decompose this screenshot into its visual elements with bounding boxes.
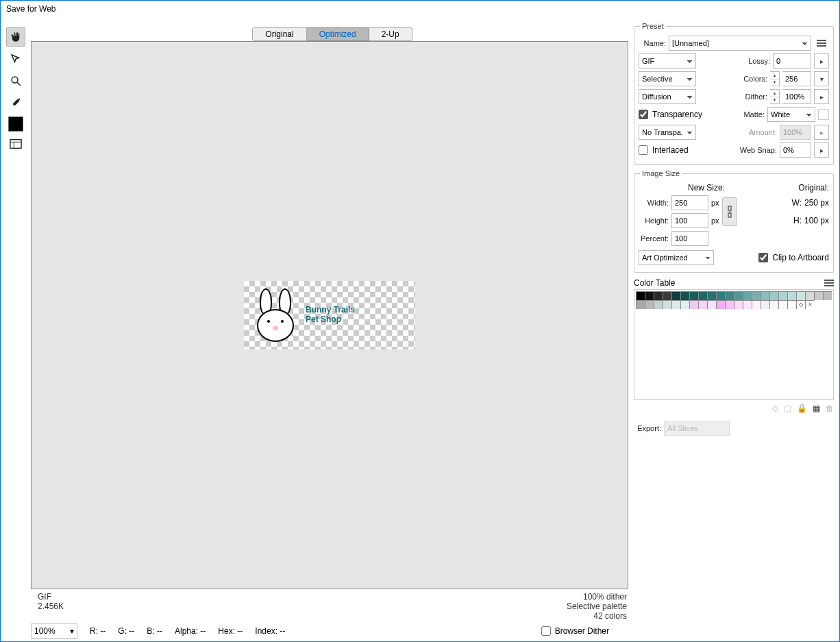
color-swatch[interactable] [689, 291, 698, 300]
color-swatch[interactable] [725, 291, 734, 300]
svg-line-1 [17, 82, 21, 86]
color-swatch[interactable] [761, 300, 769, 309]
color-swatch[interactable] [734, 300, 743, 309]
color-swatch[interactable] [698, 300, 707, 309]
color-swatch[interactable] [769, 300, 778, 309]
color-swatch[interactable] [769, 291, 778, 300]
websnap-input[interactable] [780, 143, 811, 158]
percent-input[interactable] [671, 231, 708, 246]
width-input[interactable] [671, 195, 708, 210]
format-select[interactable]: GIF [639, 53, 696, 69]
dither-flyout[interactable]: ▸ [814, 89, 829, 104]
color-table-menu[interactable] [824, 280, 834, 286]
color-swatch[interactable] [645, 300, 654, 309]
constrain-proportions-toggle[interactable] [722, 197, 737, 226]
color-swatch[interactable] [734, 291, 743, 300]
color-swatch[interactable] [778, 300, 787, 309]
zoom-select[interactable]: 100%▾ [31, 624, 77, 639]
color-swatch[interactable] [707, 300, 716, 309]
color-swatch[interactable] [814, 291, 823, 300]
transparency-checkbox[interactable]: Transparency [639, 110, 702, 119]
color-swatch[interactable] [787, 300, 796, 309]
tab-2up[interactable]: 2-Up [369, 27, 412, 41]
color-swatch[interactable] [743, 300, 752, 309]
color-swatch[interactable] [654, 291, 663, 300]
interlaced-checkbox[interactable]: Interlaced [639, 145, 689, 155]
svg-point-0 [12, 77, 18, 83]
matte-swatch[interactable] [818, 109, 829, 120]
info-g: G: -- [118, 626, 134, 636]
reduction-select[interactable]: Selective [639, 71, 696, 86]
color-swatch[interactable] [663, 300, 671, 309]
status-palette: Selective palette [567, 602, 627, 611]
color-table[interactable]: ◇✕ [634, 289, 834, 400]
color-swatch[interactable] [725, 300, 734, 309]
clip-artboard-checkbox[interactable]: Clip to Artboard [758, 253, 829, 262]
color-swatch[interactable] [823, 291, 832, 300]
color-swatch[interactable] [689, 300, 698, 309]
color-swatch[interactable] [636, 291, 645, 300]
browser-dither-checkbox[interactable]: Browser Dither [541, 626, 609, 636]
matte-label: Matte: [737, 110, 765, 119]
color-swatch[interactable] [716, 291, 725, 300]
ct-lock-icon[interactable]: 🔒 [797, 404, 807, 413]
color-swatch[interactable] [636, 300, 645, 309]
artboard-text-line2: Pet Shop [306, 315, 355, 325]
newsize-label: New Size: [688, 183, 725, 193]
tab-optimized[interactable]: Optimized [307, 27, 369, 41]
color-swatch[interactable] [778, 291, 787, 300]
color-swatch[interactable] [698, 291, 707, 300]
preset-name-select[interactable]: [Unnamed] [669, 36, 811, 51]
dither-alg-select[interactable]: Diffusion [639, 89, 696, 104]
color-swatch[interactable]: ✕ [805, 300, 814, 309]
color-swatch[interactable] [654, 300, 663, 309]
transparency-dither-select[interactable]: No Transpa... [639, 125, 696, 140]
color-swatch[interactable] [743, 291, 752, 300]
matte-select[interactable]: White [767, 107, 815, 122]
height-input[interactable] [671, 213, 708, 228]
color-swatch[interactable] [663, 291, 671, 300]
eyedropper-color-swatch[interactable] [8, 116, 23, 132]
color-swatch[interactable] [796, 291, 805, 300]
quality-select[interactable]: Art Optimized [639, 250, 714, 265]
ct-shift-icon[interactable]: ▢ [784, 404, 791, 413]
color-swatch[interactable]: ◇ [796, 300, 805, 309]
ct-trash-icon[interactable]: 🗑 [826, 404, 834, 413]
status-filesize: 2.456K [38, 602, 64, 611]
preview-canvas[interactable]: Bunny Trails Pet Shop [31, 41, 628, 589]
colors-flyout[interactable]: ▾ [814, 71, 829, 86]
preset-menu-button[interactable] [814, 36, 829, 51]
lossy-input[interactable] [773, 53, 811, 69]
color-swatch[interactable] [707, 291, 716, 300]
ct-snap-icon[interactable]: ◇ [772, 404, 778, 413]
dither-spinner[interactable]: ▲▼ [770, 89, 780, 104]
colors-input[interactable] [782, 71, 811, 86]
width-label: Width: [639, 199, 669, 207]
color-swatch[interactable] [680, 300, 689, 309]
view-tabs: Original Optimized 2-Up [31, 23, 634, 41]
eyedropper-tool[interactable] [6, 93, 25, 112]
toggle-slices-visibility[interactable] [6, 134, 25, 153]
color-swatch[interactable] [716, 300, 725, 309]
color-swatch[interactable] [805, 291, 814, 300]
ct-new-icon[interactable]: ▦ [813, 404, 820, 413]
zoom-tool[interactable] [6, 71, 25, 90]
hand-tool[interactable] [6, 27, 25, 47]
tool-column [1, 19, 31, 619]
color-swatch[interactable] [752, 291, 761, 300]
colors-spinner[interactable]: ▲▼ [770, 71, 780, 86]
slice-select-tool[interactable] [6, 49, 25, 69]
color-swatch[interactable] [680, 291, 689, 300]
dither-input[interactable] [782, 89, 811, 104]
color-swatch[interactable] [645, 291, 654, 300]
color-swatch[interactable] [787, 291, 796, 300]
tab-original[interactable]: Original [252, 27, 306, 41]
color-swatch[interactable] [671, 300, 680, 309]
color-swatch[interactable] [671, 291, 680, 300]
lossy-flyout[interactable]: ▸ [814, 53, 829, 69]
bunny-logo-icon [255, 288, 296, 342]
color-swatch[interactable] [752, 300, 761, 309]
websnap-flyout[interactable]: ▸ [814, 143, 829, 158]
color-swatch[interactable] [761, 291, 769, 300]
lossy-label: Lossy: [743, 57, 770, 65]
